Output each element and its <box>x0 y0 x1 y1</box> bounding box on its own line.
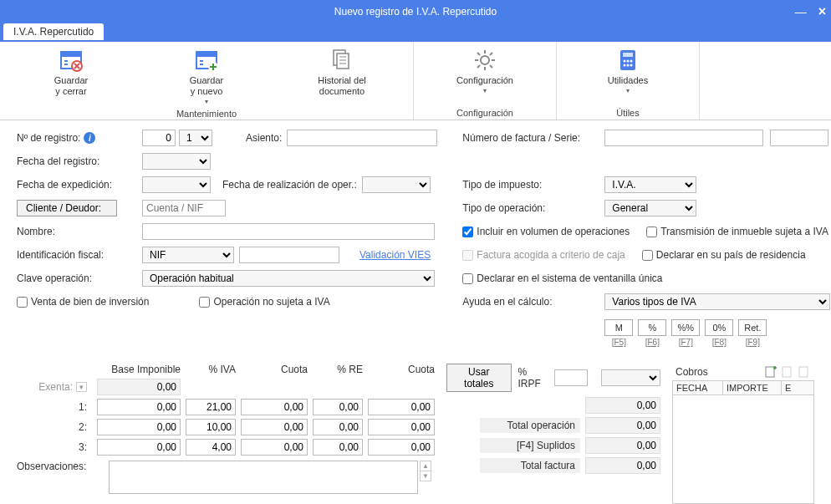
obs-up-icon[interactable]: ▲ <box>420 461 431 471</box>
tabstrip: I.V.A. Repercutido <box>0 23 831 42</box>
row1-base[interactable] <box>97 399 181 415</box>
tab-iva[interactable]: I.V.A. Repercutido <box>3 23 104 40</box>
nreg-seq-select[interactable]: 1 <box>179 130 212 146</box>
calculator-icon <box>614 47 641 74</box>
hb-ret[interactable]: Ret. <box>738 319 767 336</box>
row3-iva[interactable] <box>186 439 236 456</box>
asiento-input[interactable] <box>287 130 437 146</box>
usar-totales-button[interactable]: Usar totales <box>446 364 512 392</box>
svg-rect-33 <box>783 367 791 377</box>
svg-rect-34 <box>799 367 808 377</box>
row1-cuota2[interactable] <box>368 399 435 415</box>
fecha-exp-select[interactable] <box>142 176 211 193</box>
row1-re[interactable] <box>313 399 363 415</box>
history-button[interactable]: Historial del documento <box>276 45 408 107</box>
numfact-label: Número de factura / Serie: <box>462 132 604 144</box>
hb-pct[interactable]: % <box>638 319 666 336</box>
hdr-iva: % IVA <box>186 364 236 375</box>
close-icon[interactable]: × <box>818 4 826 19</box>
cliente-input[interactable] <box>142 200 226 216</box>
row1-iva[interactable] <box>186 399 236 415</box>
row3-base[interactable] <box>97 439 181 456</box>
fecha-oper-select[interactable] <box>362 176 431 193</box>
chk-incluir[interactable]: Incluir en volumen de operaciones <box>462 226 630 237</box>
form-body: Nº de registro: i 1 Asiento: Fecha del r… <box>0 120 831 504</box>
numfact-input[interactable] <box>604 130 763 146</box>
dropdown-icon: ▾ <box>205 98 208 105</box>
save-new-button[interactable]: Guardar y nuevo ▾ <box>140 45 273 107</box>
row3-cuota[interactable] <box>241 439 308 456</box>
svg-rect-1 <box>61 52 81 57</box>
serie-input[interactable] <box>770 130 828 146</box>
idfiscal-select[interactable]: NIF <box>142 247 234 263</box>
cobros-th-e[interactable]: E <box>782 381 814 395</box>
titlebar: Nuevo registro de I.V.A. Repercutido — × <box>0 0 831 23</box>
row3-cuota2[interactable] <box>368 439 435 456</box>
asiento-label: Asiento: <box>246 132 282 144</box>
utils-button[interactable]: Utilidades ▾ <box>562 45 694 106</box>
nreg-label: Nº de registro: <box>17 132 80 144</box>
exenta-dd-icon[interactable]: ▾ <box>76 382 87 392</box>
svg-point-29 <box>624 64 626 67</box>
window-controls: — × <box>795 0 826 23</box>
obs-textarea[interactable] <box>109 461 418 494</box>
hk-f6: [F6] <box>638 338 666 347</box>
irpf-input[interactable] <box>554 369 588 386</box>
cobros-del-icon[interactable] <box>798 365 811 379</box>
hb-pctpct[interactable]: %% <box>671 319 700 336</box>
nombre-input[interactable] <box>142 223 435 240</box>
hk-f7: [F7] <box>671 338 700 347</box>
save-close-button[interactable]: Guardar y cerrar <box>5 45 137 107</box>
row2-cuota[interactable] <box>241 419 308 435</box>
ribbon: Guardar y cerrar Guardar y nuevo ▾ Histo… <box>0 42 831 120</box>
exenta-label: Exenta: <box>38 381 73 393</box>
row1-cuota[interactable] <box>241 399 308 415</box>
ayuda-select[interactable]: Varios tipos de IVA <box>604 293 830 310</box>
row2-label: 2: <box>17 421 92 433</box>
chk-transmision[interactable]: Transmisión de inmueble sujeta a IVA <box>646 226 828 237</box>
idfiscal-input[interactable] <box>239 247 339 263</box>
minimize-icon[interactable]: — <box>795 5 807 18</box>
total-fact <box>585 457 660 474</box>
info-icon[interactable]: i <box>84 132 95 144</box>
svg-point-30 <box>627 64 630 67</box>
clave-label: Clave operación: <box>17 272 142 284</box>
validacion-vies-link[interactable]: Validación VIES <box>359 249 431 261</box>
svg-line-22 <box>477 65 480 68</box>
svg-rect-32 <box>766 367 774 377</box>
clave-select[interactable]: Operación habitual <box>142 270 435 287</box>
dropdown-icon: ▾ <box>483 87 487 94</box>
row2-cuota2[interactable] <box>368 419 435 435</box>
tipoop-select[interactable]: General <box>604 200 696 216</box>
chk-venta-inversion[interactable]: Venta de bien de inversión <box>17 296 149 308</box>
ribbon-group-utils: Utilidades ▾ Útiles <box>557 42 700 120</box>
fecha-reg-select[interactable] <box>142 153 211 170</box>
cobros-add-icon[interactable] <box>764 365 777 379</box>
chk-no-sujeta[interactable]: Operación no sujeta a IVA <box>199 296 329 308</box>
irpf-select[interactable] <box>601 369 660 386</box>
total-oper-label: Total operación <box>480 418 580 433</box>
row2-iva[interactable] <box>186 419 236 435</box>
row2-base[interactable] <box>97 419 181 435</box>
svg-rect-2 <box>64 60 68 62</box>
svg-rect-3 <box>64 64 68 65</box>
chk-ventanilla[interactable]: Declarar en el sistema de ventanilla úni… <box>462 272 662 284</box>
obs-down-icon[interactable]: ▼ <box>420 471 431 481</box>
config-button[interactable]: Configuración ▾ <box>419 45 551 106</box>
hb-zero[interactable]: 0% <box>705 319 733 336</box>
hb-m[interactable]: M <box>604 319 633 336</box>
hdr-re: % RE <box>313 364 363 375</box>
cliente-button[interactable]: Cliente / Deudor: <box>17 200 117 216</box>
cobros-edit-icon[interactable] <box>781 365 794 379</box>
hk-f9: [F9] <box>738 338 767 347</box>
chk-pais[interactable]: Declarar en su país de residencia <box>642 249 806 261</box>
tipoimp-select[interactable]: I.V.A. <box>604 176 696 193</box>
nreg-input[interactable] <box>142 130 176 146</box>
row3-re[interactable] <box>313 439 363 456</box>
hdr-cuota2: Cuota <box>368 364 435 375</box>
cobros-th-fecha[interactable]: FECHA <box>673 381 723 395</box>
row2-re[interactable] <box>313 419 363 435</box>
cobros-th-importe[interactable]: IMPORTE <box>723 381 782 395</box>
cobros-body[interactable] <box>672 395 814 504</box>
svg-line-21 <box>490 65 492 68</box>
